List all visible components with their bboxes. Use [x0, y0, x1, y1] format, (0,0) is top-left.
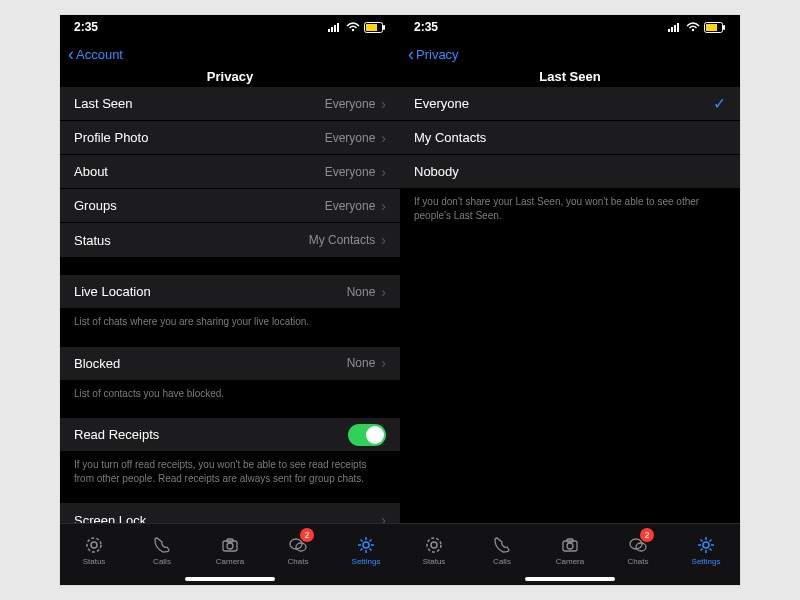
- svg-point-8: [87, 538, 101, 552]
- row-label: Screen Lock: [74, 513, 381, 524]
- row-groups[interactable]: Groups Everyone ›: [60, 189, 400, 223]
- phone-last-seen: 2:35 ‹ Privacy Last Seen Everyone ✓: [400, 15, 740, 585]
- svg-line-44: [701, 540, 703, 542]
- footer-read-receipts: If you turn off read receipts, you won't…: [60, 452, 400, 485]
- back-button[interactable]: ‹ Account: [68, 45, 123, 63]
- option-label: My Contacts: [414, 130, 726, 145]
- svg-rect-30: [706, 24, 717, 31]
- tab-label: Chats: [628, 557, 649, 566]
- svg-rect-2: [334, 25, 336, 32]
- checkmark-icon: ✓: [713, 94, 726, 113]
- tab-calls[interactable]: Calls: [468, 524, 536, 577]
- privacy-group-read-receipts: Read Receipts If you turn off read recei…: [60, 418, 400, 485]
- option-label: Nobody: [414, 164, 726, 179]
- privacy-content[interactable]: Last Seen Everyone › Profile Photo Every…: [60, 69, 400, 523]
- status-icons: [328, 22, 386, 33]
- option-nobody[interactable]: Nobody: [400, 155, 740, 189]
- row-value: My Contacts: [309, 233, 376, 247]
- bottom-area: Status Calls Camera 2 Chats Settin: [60, 523, 400, 585]
- svg-line-23: [361, 549, 363, 551]
- back-button[interactable]: ‹ Privacy: [408, 45, 459, 63]
- camera-icon: [560, 535, 580, 555]
- tab-chats[interactable]: 2 Chats: [604, 524, 672, 577]
- row-about[interactable]: About Everyone ›: [60, 155, 400, 189]
- svg-line-22: [370, 540, 372, 542]
- tab-settings[interactable]: Settings: [332, 524, 400, 577]
- tab-bar: Status Calls Camera 2 Chats Settin: [400, 523, 740, 577]
- svg-rect-7: [383, 25, 385, 30]
- tab-camera[interactable]: Camera: [196, 524, 264, 577]
- chevron-right-icon: ›: [381, 130, 386, 146]
- row-value: Everyone: [325, 131, 376, 145]
- tab-label: Status: [423, 557, 446, 566]
- chevron-left-icon: ‹: [408, 45, 414, 63]
- row-label: Status: [74, 233, 309, 248]
- tab-calls[interactable]: Calls: [128, 524, 196, 577]
- status-time: 2:35: [414, 20, 438, 34]
- svg-line-45: [710, 549, 712, 551]
- status-bar: 2:35: [400, 15, 740, 39]
- gear-icon: [696, 535, 716, 555]
- svg-point-11: [227, 543, 233, 549]
- row-screen-lock[interactable]: Screen Lock ›: [60, 503, 400, 523]
- tab-label: Camera: [216, 557, 244, 566]
- row-live-location[interactable]: Live Location None ›: [60, 275, 400, 309]
- svg-rect-26: [674, 25, 676, 32]
- row-label: About: [74, 164, 325, 179]
- row-value: None: [347, 356, 376, 370]
- row-label: Read Receipts: [74, 427, 348, 442]
- row-read-receipts[interactable]: Read Receipts: [60, 418, 400, 452]
- footer-last-seen: If you don't share your Last Seen, you w…: [400, 189, 740, 222]
- bottom-area: Status Calls Camera 2 Chats Settin: [400, 523, 740, 585]
- chevron-right-icon: ›: [381, 232, 386, 248]
- tab-label: Chats: [288, 557, 309, 566]
- tab-settings[interactable]: Settings: [672, 524, 740, 577]
- back-label: Privacy: [416, 47, 459, 62]
- chevron-right-icon: ›: [381, 284, 386, 300]
- svg-rect-1: [331, 27, 333, 32]
- navbar: ‹ Account Privacy: [60, 39, 400, 69]
- privacy-group-live-location: Live Location None › List of chats where…: [60, 275, 400, 329]
- footer-live-location: List of chats where you are sharing your…: [60, 309, 400, 329]
- status-bar: 2:35: [60, 15, 400, 39]
- row-value: Everyone: [325, 199, 376, 213]
- svg-rect-25: [671, 27, 673, 32]
- svg-rect-31: [723, 25, 725, 30]
- tab-status[interactable]: Status: [60, 524, 128, 577]
- home-indicator[interactable]: [525, 577, 615, 581]
- tab-status[interactable]: Status: [400, 524, 468, 577]
- tab-bar: Status Calls Camera 2 Chats Settin: [60, 523, 400, 577]
- tab-chats[interactable]: 2 Chats: [264, 524, 332, 577]
- battery-icon: [364, 22, 386, 33]
- last-seen-content[interactable]: Everyone ✓ My Contacts Nobody If you don…: [400, 69, 740, 523]
- option-my-contacts[interactable]: My Contacts: [400, 121, 740, 155]
- chevron-right-icon: ›: [381, 355, 386, 371]
- status-icon: [424, 535, 444, 555]
- svg-line-46: [710, 540, 712, 542]
- svg-point-9: [91, 542, 97, 548]
- svg-line-20: [361, 540, 363, 542]
- battery-icon: [704, 22, 726, 33]
- row-profile-photo[interactable]: Profile Photo Everyone ›: [60, 121, 400, 155]
- row-last-seen[interactable]: Last Seen Everyone ›: [60, 87, 400, 121]
- option-everyone[interactable]: Everyone ✓: [400, 87, 740, 121]
- row-blocked[interactable]: Blocked None ›: [60, 347, 400, 381]
- toggle-read-receipts[interactable]: [348, 424, 386, 446]
- badge-chats: 2: [640, 528, 654, 542]
- phone-icon: [152, 535, 172, 555]
- svg-point-33: [431, 542, 437, 548]
- tab-label: Settings: [352, 557, 381, 566]
- tab-camera[interactable]: Camera: [536, 524, 604, 577]
- privacy-group-screen-lock: Screen Lock ›: [60, 503, 400, 523]
- status-icon: [84, 535, 104, 555]
- row-value: Everyone: [325, 165, 376, 179]
- row-label: Blocked: [74, 356, 347, 371]
- svg-rect-6: [366, 24, 377, 31]
- chevron-right-icon: ›: [381, 512, 386, 523]
- home-indicator[interactable]: [185, 577, 275, 581]
- wifi-icon: [686, 22, 700, 32]
- row-value: None: [347, 285, 376, 299]
- row-status[interactable]: Status My Contacts ›: [60, 223, 400, 257]
- privacy-group-blocked: Blocked None › List of contacts you have…: [60, 347, 400, 401]
- phone-icon: [492, 535, 512, 555]
